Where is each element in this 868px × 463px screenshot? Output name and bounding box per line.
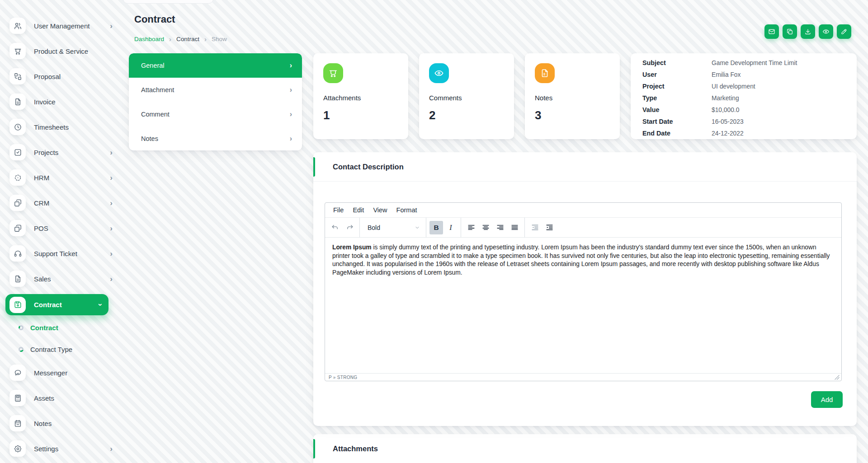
editor-content-area[interactable]: Lorem Ipsum is simply dummy text of the … bbox=[325, 238, 841, 373]
file-icon bbox=[535, 63, 555, 83]
sidebar-item-notes[interactable]: Notes bbox=[0, 411, 120, 436]
page-title: Contract bbox=[134, 14, 175, 25]
editor-statusbar: P » STRONG bbox=[325, 373, 841, 381]
sidebar-item-label: Contract bbox=[34, 301, 99, 309]
detail-value: UI development bbox=[712, 83, 755, 90]
breadcrumb-contract[interactable]: Contract bbox=[176, 36, 199, 42]
detail-row: Start Date 16-05-2023 bbox=[642, 116, 845, 127]
sidebar-item-contract[interactable]: Contract › bbox=[5, 294, 108, 315]
ring-bullet-icon bbox=[19, 325, 24, 330]
add-button[interactable]: Add bbox=[811, 391, 843, 408]
outdent-icon bbox=[531, 223, 539, 232]
sidebar-item-assets[interactable]: Assets bbox=[0, 385, 120, 411]
section-title: Attachments bbox=[333, 444, 378, 453]
detail-label: Type bbox=[642, 94, 712, 102]
sidebar-item-label: CRM bbox=[34, 199, 110, 207]
sidebar-item-crm[interactable]: CRM › bbox=[0, 190, 120, 215]
breadcrumb-dashboard-link[interactable]: Dashboard bbox=[134, 36, 164, 42]
download-button[interactable] bbox=[801, 24, 815, 39]
chevron-down-icon: › bbox=[97, 304, 105, 306]
sidebar-item-label: Projects bbox=[34, 149, 110, 156]
detail-value: Game Development Time Limit bbox=[712, 60, 797, 66]
file-invoice-icon bbox=[9, 94, 26, 110]
bold-button[interactable]: B bbox=[429, 221, 443, 234]
detail-value: 16-05-2023 bbox=[712, 118, 744, 125]
editor-menubar: File Edit View Format bbox=[325, 203, 841, 218]
chevron-right-icon: › bbox=[204, 35, 207, 43]
sidebar-item-label: Support Ticket bbox=[34, 250, 110, 257]
chevron-right-icon: › bbox=[110, 275, 113, 283]
redo-icon bbox=[345, 223, 354, 232]
tab-comment[interactable]: Comment › bbox=[129, 102, 302, 126]
tab-notes[interactable]: Notes › bbox=[129, 126, 302, 150]
sidebar-item-settings[interactable]: Settings › bbox=[0, 436, 120, 461]
send-mail-button[interactable] bbox=[764, 24, 779, 39]
contract-details-card: Subject Game Development Time Limit User… bbox=[631, 53, 857, 139]
sidebar-item-sales[interactable]: Sales › bbox=[0, 266, 120, 291]
menu-format[interactable]: Format bbox=[392, 205, 422, 215]
contact-description-card: Contact Description File Edit View Forma… bbox=[313, 152, 857, 426]
sidebar: User Management › Product & Service Prop… bbox=[0, 0, 120, 463]
duplicate-button[interactable] bbox=[783, 24, 797, 39]
format-dropdown[interactable]: Bold bbox=[363, 221, 423, 234]
menu-view[interactable]: View bbox=[368, 205, 392, 215]
outdent-button[interactable] bbox=[528, 221, 542, 234]
sidebar-item-user-management[interactable]: User Management › bbox=[0, 13, 120, 38]
sidebar-item-projects[interactable]: Projects › bbox=[0, 140, 120, 165]
tab-attachment[interactable]: Attachment › bbox=[129, 78, 302, 102]
section-header: Attachments bbox=[313, 434, 857, 463]
overlap-squares-icon bbox=[9, 220, 26, 236]
sidebar-item-label: Notes bbox=[34, 420, 113, 427]
sidebar-item-support-ticket[interactable]: Support Ticket › bbox=[0, 241, 120, 266]
menu-file[interactable]: File bbox=[329, 205, 348, 215]
tab-label: General bbox=[141, 62, 165, 69]
element-path: P » STRONG bbox=[329, 375, 357, 380]
align-center-button[interactable] bbox=[479, 221, 492, 234]
duplicate-icon bbox=[786, 28, 793, 35]
accent-bar bbox=[313, 439, 315, 458]
cart-icon bbox=[9, 43, 26, 59]
sidebar-item-product-service[interactable]: Product & Service bbox=[0, 38, 120, 64]
sidebar-item-timesheets[interactable]: Timesheets bbox=[0, 114, 120, 140]
stat-label: Comments bbox=[429, 94, 504, 102]
sidebar-item-pos[interactable]: POS › bbox=[0, 215, 120, 241]
preview-button[interactable] bbox=[819, 24, 833, 39]
resize-grip-icon[interactable] bbox=[835, 375, 840, 380]
editor-text: is simply dummy text of the printing and… bbox=[332, 244, 830, 276]
undo-button[interactable] bbox=[328, 221, 342, 234]
align-left-button[interactable] bbox=[464, 221, 478, 234]
menu-edit[interactable]: Edit bbox=[348, 205, 368, 215]
align-justify-button[interactable] bbox=[508, 221, 521, 234]
edit-button[interactable] bbox=[837, 24, 851, 39]
sidebar-item-label: Assets bbox=[34, 394, 113, 402]
chevron-right-icon: › bbox=[110, 445, 113, 453]
sidebar-item-proposal[interactable]: Proposal bbox=[0, 64, 120, 89]
gear-icon bbox=[9, 440, 26, 457]
header-action-buttons bbox=[764, 24, 851, 39]
align-right-button[interactable] bbox=[493, 221, 507, 234]
stat-card-comments: Comments 2 bbox=[419, 53, 514, 139]
section-tabs-card: General › Attachment › Comment › Notes › bbox=[129, 53, 302, 150]
breadcrumb-show: Show bbox=[212, 36, 227, 42]
sidebar-item-messenger[interactable]: Messenger bbox=[0, 360, 120, 385]
download-icon bbox=[804, 28, 811, 35]
chevron-right-icon: › bbox=[110, 250, 113, 257]
redo-button[interactable] bbox=[343, 221, 356, 234]
sidebar-subitem-contract-type[interactable]: Contract Type bbox=[0, 338, 120, 360]
detail-label: Value bbox=[642, 106, 712, 113]
detail-value: Emilia Fox bbox=[712, 71, 741, 78]
sidebar-item-label: HRM bbox=[34, 174, 110, 182]
indent-button[interactable] bbox=[542, 221, 556, 234]
tab-label: Notes bbox=[141, 135, 158, 142]
sidebar-item-hrm[interactable]: HRM › bbox=[0, 165, 120, 190]
sidebar-item-label: Proposal bbox=[34, 73, 113, 80]
detail-value: Marketing bbox=[712, 95, 739, 102]
calendar-icon bbox=[9, 415, 26, 431]
floppy-icon bbox=[9, 297, 26, 313]
sidebar-subitem-contract[interactable]: Contract bbox=[0, 317, 120, 338]
sidebar-item-invoice[interactable]: Invoice bbox=[0, 89, 120, 114]
tab-general[interactable]: General › bbox=[129, 53, 302, 78]
detail-label: Subject bbox=[642, 59, 712, 66]
overlap-squares-icon bbox=[9, 195, 26, 211]
italic-button[interactable]: I bbox=[444, 221, 458, 234]
